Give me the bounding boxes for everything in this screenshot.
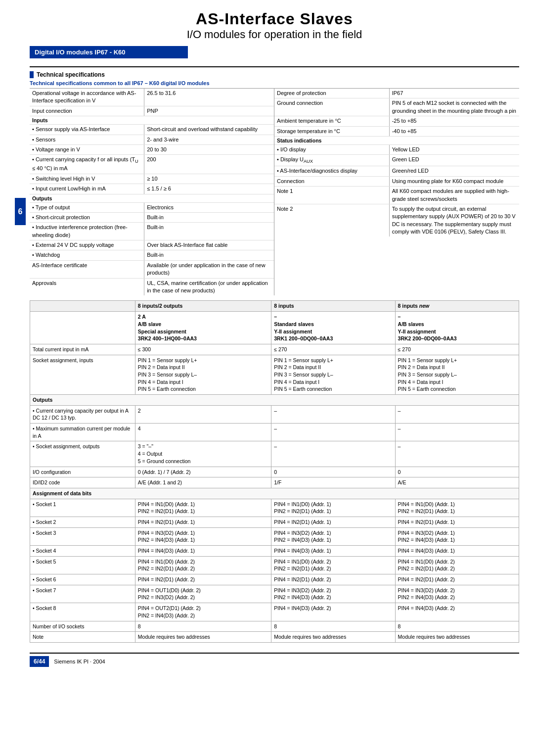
- spec-row-display-uaux: • Display UAUX Green LED: [274, 155, 519, 166]
- spec-row-as-diag: • AS-Interface/diagnostics display Green…: [274, 166, 519, 176]
- row-val-socket-assign-col2: PIN 1 = Sensor supply L+PIN 2 = Data inp…: [271, 355, 395, 394]
- outputs-group-header: Outputs: [30, 395, 519, 406]
- row-val-num-sockets-col3: 8: [395, 621, 519, 632]
- row-val-current-cap-col3: –: [395, 405, 519, 423]
- table-row: I/O configuration 0 (Addr. 1) / 7 (Addr.…: [30, 467, 519, 477]
- spec-value-display-uaux: Green LED: [390, 155, 519, 166]
- spec-value-watchdog: Built-in: [144, 250, 274, 260]
- spec-value-ext-supply: Over black AS-Interface flat cable: [144, 240, 274, 250]
- row-val-socket1-col1: PIN4 = IN1(D0) (Addr. 1)PIN2 = IN2(D1) (…: [135, 499, 271, 517]
- row-label-num-sockets: Number of I/O sockets: [30, 621, 135, 632]
- row-label-socket2: • Socket 2: [30, 517, 135, 527]
- spec-label-voltage-range: • Voltage range in V: [30, 145, 144, 154]
- page-footer: 6/44 Siemens IK PI · 2004: [30, 653, 519, 667]
- spec-value-note2: To supply the output circuit, an externa…: [390, 204, 519, 237]
- row-val-socket3-col3: PIN4 = IN3(D2) (Addr. 1)PIN2 = IN4(D3) (…: [395, 527, 519, 545]
- row-val-socket-out-col3: –: [395, 441, 519, 467]
- col2-line2: Standard slaves: [274, 321, 314, 327]
- spec-label-note1: Note 1: [274, 187, 390, 204]
- spec-value-as-cert: Available (or under application in the c…: [144, 261, 274, 278]
- col1-line4: 3RK2 400–1HQ00–0AA3: [138, 335, 197, 341]
- row-val-socket8-col2: PIN4 = IN4(D3) (Addr. 2): [271, 603, 395, 621]
- spec-row-ext-supply: • External 24 V DC supply voltage Over b…: [30, 240, 274, 250]
- spec-value-as-diag: Green/red LED: [390, 166, 519, 176]
- col3-line2: A/B slaves: [398, 321, 424, 327]
- spec-row-io-display: • I/O display Yellow LED: [274, 145, 519, 155]
- row-val-id-code-col2: 1/F: [271, 477, 395, 488]
- spec-label-as-diag: • AS-Interface/diagnostics display: [274, 166, 390, 176]
- table-row: ID/ID2 code A/E (Addr. 1 and 2) 1/F A/E: [30, 477, 519, 488]
- spec-row-voltage-range: • Voltage range in V 20 to 30: [30, 145, 274, 155]
- sub-header-col3: – A/B slaves Y-II assignment 3RK2 200–0D…: [395, 312, 519, 344]
- row-label-id-code: ID/ID2 code: [30, 477, 135, 488]
- table-row: • Socket 6 PIN4 = IN2(D1) (Addr. 2) PIN4…: [30, 574, 519, 585]
- sub-header-empty: [30, 312, 135, 344]
- sub-header-row: 2 A A/B slave Special assignment 3RK2 40…: [30, 312, 519, 344]
- spec-label-connection: Connection: [274, 177, 390, 186]
- row-val-max-sum-col3: –: [395, 424, 519, 441]
- spec-label-current-cap: • Current carrying capacity f or all inp…: [30, 155, 144, 173]
- specs-container: Operational voltage in accordance with A…: [30, 88, 519, 295]
- table-row: • Socket assignment, outputs 3 = "–"4 = …: [30, 441, 519, 467]
- spec-label-output-type: • Type of output: [30, 203, 144, 212]
- spec-row-as-cert: AS-Interface certificate Available (or u…: [30, 261, 274, 279]
- table-header-8in2out: 8 inputs/2 outputs: [135, 301, 271, 312]
- col3-line3: Y-II assignment: [398, 329, 436, 334]
- comparison-table: 8 inputs/2 outputs 8 inputs 8 inputs new…: [30, 300, 519, 642]
- row-label-note: Note: [30, 632, 135, 643]
- spec-label-ground: Ground connection: [274, 98, 390, 116]
- row-val-socket8-col1: PIN4 = OUT2(D1) (Addr. 2)PIN2 = IN4(D3) …: [135, 603, 271, 621]
- common-spec-title: Technical specifications common to all I…: [30, 80, 519, 86]
- spec-value-current-cap: 200: [144, 155, 274, 173]
- spec-label-switch-level: • Switching level High in V: [30, 174, 144, 184]
- spec-value-input-current: ≤ 1.5 / ≥ 6: [144, 184, 274, 193]
- row-label-io-config: I/O configuration: [30, 467, 135, 477]
- spec-row-approvals: Approvals UL, CSA, marine certification …: [30, 279, 274, 296]
- spec-row-switch-level: • Switching level High in V ≥ 10: [30, 174, 274, 184]
- spec-value-switch-level: ≥ 10: [144, 174, 274, 184]
- row-val-socket-assign-col1: PIN 1 = Sensor supply L+PIN 2 = Data inp…: [135, 355, 271, 394]
- spec-row-op-voltage: Operational voltage in accordance with A…: [30, 89, 274, 106]
- table-row: • Maximum summation current per module i…: [30, 424, 519, 441]
- table-row: • Socket 7 PIN4 = OUT1(D0) (Addr. 2)PIN2…: [30, 585, 519, 603]
- table-header-8in-new: 8 inputs new: [395, 301, 519, 312]
- spec-value-connection: Using mounting plate for K60 compact mod…: [390, 177, 519, 186]
- row-val-io-config-col3: 0: [395, 467, 519, 477]
- row-label-socket7: • Socket 7: [30, 585, 135, 603]
- row-val-max-sum-col1: 4: [135, 424, 271, 441]
- new-label: new: [419, 303, 429, 309]
- spec-row-short-circuit: • Short-circuit protection Built-in: [30, 213, 274, 223]
- row-val-socket6-col2: PIN4 = IN2(D1) (Addr. 2): [271, 574, 395, 585]
- row-val-socket6-col1: PIN4 = IN2(D1) (Addr. 2): [135, 574, 271, 585]
- inputs-group-label: Inputs: [30, 116, 274, 125]
- spec-value-inductive: Built-in: [144, 223, 274, 240]
- spec-label-input-current: • Input current Low/High in mA: [30, 184, 144, 193]
- table-row: • Current carrying capacity per output i…: [30, 405, 519, 423]
- spec-label-ext-supply: • External 24 V DC supply voltage: [30, 240, 144, 250]
- row-val-io-config-col2: 0: [271, 467, 395, 477]
- side-tab: 6: [15, 198, 26, 225]
- row-val-socket3-col2: PIN4 = IN3(D2) (Addr. 1)PIN2 = IN4(D3) (…: [271, 527, 395, 545]
- row-label-socket5: • Socket 5: [30, 556, 135, 574]
- row-val-note-col3: Module requires two addresses: [395, 632, 519, 643]
- section-title-bar: Digital I/O modules IP67 - K60: [30, 46, 188, 58]
- table-row: Number of I/O sockets 8 8 8: [30, 621, 519, 632]
- spec-value-storage-temp: -40 to +85: [390, 127, 519, 136]
- row-val-max-sum-col2: –: [271, 424, 395, 441]
- sub-header-col1: 2 A A/B slave Special assignment 3RK2 40…: [135, 312, 271, 344]
- spec-label-ambient-temp: Ambient temperature in °C: [274, 116, 390, 126]
- status-group-label: Status indications: [274, 137, 519, 145]
- spec-row-watchdog: • Watchdog Built-in: [30, 250, 274, 260]
- row-val-current-cap-col1: 2: [135, 405, 271, 423]
- spec-label-sensor-supply: • Sensor supply via AS-Interface: [30, 125, 144, 134]
- row-val-socket7-col1: PIN4 = OUT1(D0) (Addr. 2)PIN2 = IN3(D2) …: [135, 585, 271, 603]
- spec-label-approvals: Approvals: [30, 279, 144, 296]
- spec-label-short-circuit: • Short-circuit protection: [30, 213, 144, 222]
- spec-label-inductive: • Inductive interference protection (fre…: [30, 223, 144, 240]
- table-row-group-data-bits: Assignment of data bits: [30, 488, 519, 499]
- spec-label-degree: Degree of protection: [274, 89, 390, 98]
- table-row: Total current input in mA ≤ 300 ≤ 270 ≤ …: [30, 344, 519, 355]
- tech-spec-heading: Technical specifications: [30, 71, 519, 78]
- row-label-socket-assign-outputs: • Socket assignment, outputs: [30, 441, 135, 467]
- table-row: • Socket 1 PIN4 = IN1(D0) (Addr. 1)PIN2 …: [30, 499, 519, 517]
